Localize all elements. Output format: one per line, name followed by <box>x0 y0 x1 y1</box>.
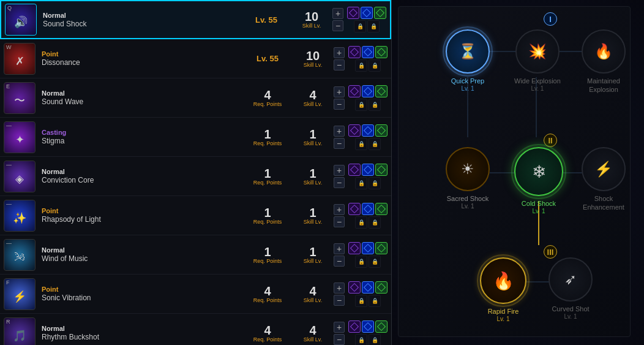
gem-slot-bot-1[interactable]: 🔒 <box>369 256 381 268</box>
gems-bot-row: 🔒🔒 <box>355 99 381 111</box>
skill-level-down-button[interactable]: − <box>334 334 345 345</box>
gem-slot-bot-1[interactable]: 🔒 <box>367 20 380 32</box>
skill-level-up-button[interactable]: + <box>332 8 343 19</box>
hotkey-label: — <box>6 240 12 246</box>
skill-points-value: 1 <box>264 167 271 180</box>
gem-slot-bot-0[interactable]: 🔒 <box>355 295 367 307</box>
gem-slot-bot-1[interactable]: 🔒 <box>369 334 381 346</box>
gem-slot-bot-0[interactable]: 🔒 <box>355 256 367 268</box>
gem-slot-top-0[interactable] <box>348 281 361 294</box>
skill-level-label: Skill Lv. <box>304 297 322 303</box>
gem-slot-top-1[interactable] <box>362 203 374 215</box>
gem-slot-top-0[interactable] <box>348 164 361 176</box>
gem-slot-top-2[interactable] <box>375 85 388 97</box>
skill-level-down-button[interactable]: − <box>334 99 345 110</box>
gems-top-row <box>348 320 388 333</box>
gem-slot-top-0[interactable] <box>347 7 359 19</box>
skill-level-up-button[interactable]: + <box>334 243 345 254</box>
gem-slot-top-2[interactable] <box>375 203 388 215</box>
skill-row-rhythm-buckshot[interactable]: R🎵NormalRhythm Buckshot4Req. Points4Skil… <box>0 314 391 345</box>
gem-slot-top-0[interactable] <box>348 85 361 97</box>
tree-node-curved-shot[interactable]: ➶Curved ShotLv. 1 <box>549 257 593 320</box>
skill-row-sound-shock[interactable]: Q🔊NormalSound ShockLv. 5510Skill Lv.+−🔒🔒 <box>0 0 391 39</box>
gem-slot-top-0[interactable] <box>348 320 361 333</box>
gem-slot-top-2[interactable] <box>375 46 388 58</box>
skill-controls: +− <box>334 47 345 70</box>
skill-level-up-button[interactable]: + <box>334 165 345 176</box>
gem-slot-bot-1[interactable]: 🔒 <box>369 177 381 189</box>
gem-slot-top-2[interactable] <box>375 124 388 137</box>
gem-slot-top-0[interactable] <box>348 124 361 137</box>
gem-slot-bot-0[interactable]: 🔒 <box>355 59 367 72</box>
skill-level-down-button[interactable]: − <box>334 59 345 70</box>
gem-slot-bot-0[interactable]: 🔒 <box>355 138 367 150</box>
tree-node-cold-shock[interactable]: ❄Cold ShockLv. 1 <box>514 147 563 214</box>
skill-row-stigma[interactable]: —✦CastingStigma1Req. Points1Skill Lv.+−🔒… <box>0 118 391 157</box>
tree-node-sacred-shock[interactable]: ☀Sacred ShockLv. 1 <box>446 147 490 210</box>
skill-level-up-button[interactable]: + <box>334 126 345 137</box>
gem-slot-top-0[interactable] <box>348 242 361 254</box>
skill-level-down-button[interactable]: − <box>332 20 343 31</box>
gems-top-row <box>348 46 388 58</box>
skill-points-value: 1 <box>264 207 271 219</box>
gem-slot-top-2[interactable] <box>375 164 388 176</box>
skill-level-up-button[interactable]: + <box>334 47 345 58</box>
gem-slot-bot-0[interactable]: 🔒 <box>355 99 367 111</box>
gem-slot-bot-0[interactable]: 🔒 <box>354 20 366 32</box>
skill-level-down-button[interactable]: − <box>334 216 345 227</box>
skill-gems: 🔒🔒 <box>348 46 388 72</box>
gem-slot-top-2[interactable] <box>375 320 388 333</box>
skill-level-down-button[interactable]: − <box>334 295 345 306</box>
node-label-cold-shock: Cold Shock <box>522 199 556 208</box>
tree-node-maintained-explosion[interactable]: 🔥Maintained Explosion <box>582 29 626 94</box>
skill-level-label: Skill Lv. <box>304 180 322 186</box>
gem-slot-top-2[interactable] <box>374 7 386 19</box>
gem-slot-bot-1[interactable]: 🔒 <box>369 59 381 72</box>
skill-level-up-button[interactable]: + <box>334 282 345 294</box>
gem-slot-top-1[interactable] <box>361 7 373 19</box>
tree-node-quick-prep[interactable]: ⏳Quick PrepLv. 1 <box>446 29 490 92</box>
tree-node-rapid-fire[interactable]: 🔥Rapid FireLv. 1 <box>480 257 526 322</box>
tree-node-wide-explosion[interactable]: 💥Wide ExplosionLv. 1 <box>514 29 561 92</box>
skill-row-rhapsody-of-light[interactable]: —✨PointRhapsody of Light1Req. Points1Ski… <box>0 196 391 235</box>
tree-node-shock-enhancement[interactable]: ⚡Shock Enhancement <box>582 147 626 212</box>
skill-level-area: 1Skill Lv. <box>294 128 331 146</box>
gem-slot-bot-1[interactable]: 🔒 <box>369 99 381 111</box>
gem-slot-top-1[interactable] <box>362 124 374 137</box>
skill-points-area: 1Req. Points <box>243 167 292 186</box>
gem-slot-bot-1[interactable]: 🔒 <box>369 216 381 229</box>
skill-row-dissonance[interactable]: W✗PointDissonanceLv. 5510Skill Lv.+−🔒🔒 <box>0 39 391 78</box>
gem-slot-top-2[interactable] <box>375 242 388 254</box>
gem-slot-top-0[interactable] <box>348 203 361 215</box>
gem-slot-top-1[interactable] <box>362 85 374 97</box>
skill-level-down-button[interactable]: − <box>334 177 345 188</box>
skill-name-label: Conviction Core <box>42 176 243 184</box>
skill-row-wind-of-music[interactable]: —🌬NormalWind of Music1Req. Points1Skill … <box>0 235 391 275</box>
gem-slot-top-2[interactable] <box>375 281 388 294</box>
skill-row-sound-wave[interactable]: E〜NormalSound Wave4Req. Points4Skill Lv.… <box>0 78 391 118</box>
skill-level-value: 1 <box>309 207 316 219</box>
gem-slot-top-1[interactable] <box>362 320 374 333</box>
gem-slot-bot-0[interactable]: 🔒 <box>355 177 367 189</box>
skill-level-down-button[interactable]: − <box>334 256 345 267</box>
gem-slot-top-0[interactable] <box>348 46 361 58</box>
skill-points-value: 4 <box>264 285 271 297</box>
skill-level-up-button[interactable]: + <box>334 322 345 333</box>
gems-top-row <box>348 85 388 97</box>
skill-level-up-button[interactable]: + <box>334 204 345 215</box>
gems-top-row <box>348 164 388 176</box>
gem-slot-bot-1[interactable]: 🔒 <box>369 295 381 307</box>
gem-slot-bot-0[interactable]: 🔒 <box>355 334 367 346</box>
gems-bot-row: 🔒🔒 <box>355 138 381 150</box>
gem-slot-bot-0[interactable]: 🔒 <box>355 216 367 229</box>
skill-row-conviction-core[interactable]: —◈NormalConviction Core1Req. Points1Skil… <box>0 157 391 196</box>
skill-points-value: Lv. 55 <box>255 16 277 24</box>
gem-slot-top-1[interactable] <box>362 281 374 294</box>
gem-slot-top-1[interactable] <box>362 242 374 254</box>
gem-slot-top-1[interactable] <box>362 46 374 58</box>
gem-slot-top-1[interactable] <box>362 164 374 176</box>
skill-row-sonic-vibration[interactable]: F⚡PointSonic Vibration4Req. Points4Skill… <box>0 275 391 314</box>
gem-slot-bot-1[interactable]: 🔒 <box>369 138 381 150</box>
skill-level-up-button[interactable]: + <box>334 86 345 97</box>
skill-level-down-button[interactable]: − <box>334 138 345 149</box>
